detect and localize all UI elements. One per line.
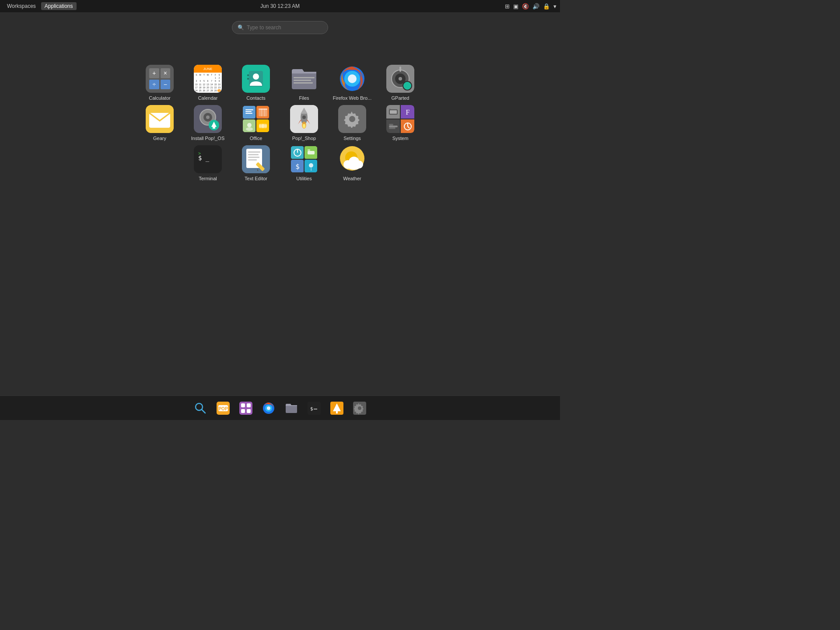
terminal-icon: $ _ > (194, 145, 222, 173)
firefox-icon (338, 65, 366, 93)
app-row-3: $ _ > Terminal (188, 145, 372, 181)
app-system[interactable]: F (381, 105, 420, 141)
calendar-label: Calendar (198, 95, 218, 101)
search-bar[interactable]: 🔍 (232, 21, 328, 34)
settings-icon (338, 105, 366, 133)
geary-label: Geary (153, 136, 166, 141)
app-contacts[interactable]: Contacts (236, 65, 276, 101)
display-icon[interactable]: ▣ (513, 3, 518, 10)
svg-rect-112 (336, 411, 338, 413)
popshop-icon (290, 105, 318, 133)
topbar: Workspaces Applications Jun 30 12:23 AM … (0, 0, 560, 12)
app-texteditor[interactable]: Text Editor (236, 145, 276, 181)
svg-rect-59 (389, 124, 393, 126)
app-files[interactable]: Files (284, 65, 324, 101)
svg-rect-73 (248, 159, 257, 161)
svg-rect-32 (259, 108, 267, 110)
taskbar-settings[interactable] (349, 398, 370, 419)
svg-point-1 (253, 74, 259, 80)
svg-rect-29 (245, 113, 252, 114)
topbar-datetime: Jun 30 12:23 AM (260, 3, 300, 9)
chevron-down-icon[interactable]: ▾ (553, 3, 556, 10)
search-input[interactable] (247, 24, 322, 31)
calculator-label: Calculator (149, 95, 171, 101)
search-icon: 🔍 (238, 24, 244, 31)
search-container: 🔍 (0, 12, 560, 38)
taskbar-search[interactable] (190, 398, 211, 419)
svg-rect-101 (241, 409, 245, 413)
app-geary[interactable]: Geary (140, 105, 179, 141)
workspaces-button[interactable]: Workspaces (4, 2, 39, 10)
app-calendar[interactable]: JUNE SMTWTFS 12 3456789 10111213141516 1… (188, 65, 228, 101)
svg-rect-81 (308, 149, 310, 151)
svg-text:i: i (310, 167, 311, 172)
svg-point-92 (355, 161, 363, 168)
system-icon: F (386, 105, 414, 133)
topbar-right: ⊞ ▣ 🔇 🔊 🔒 ▾ (505, 3, 556, 10)
taskbar-files[interactable] (281, 398, 302, 419)
svg-point-14 (399, 77, 402, 80)
svg-rect-7 (294, 82, 313, 84)
svg-rect-71 (248, 154, 259, 155)
files-label: Files (299, 95, 309, 101)
taskbar-firefox[interactable] (258, 398, 279, 419)
svg-point-50 (349, 116, 355, 122)
app-office[interactable]: Office (236, 105, 276, 141)
svg-rect-80 (308, 151, 315, 154)
utilities-label: Utilities (296, 176, 312, 181)
svg-point-36 (247, 123, 252, 127)
svg-rect-26 (244, 107, 255, 118)
svg-point-105 (267, 406, 270, 410)
svg-text:$: $ (310, 406, 313, 412)
svg-text:>: > (198, 151, 201, 156)
svg-text:POP: POP (218, 406, 228, 411)
svg-rect-28 (245, 111, 252, 112)
geary-icon (146, 105, 174, 133)
volume-icon[interactable]: 🔊 (532, 3, 539, 10)
svg-point-10 (348, 74, 357, 83)
taskbar-appimage[interactable] (326, 398, 347, 419)
app-settings[interactable]: Settings (332, 105, 372, 141)
svg-point-49 (303, 124, 305, 128)
app-calculator[interactable]: + × ÷ − Calculator (140, 65, 179, 101)
topbar-left: Workspaces Applications (4, 2, 77, 10)
svg-rect-27 (245, 109, 253, 110)
app-popshop[interactable]: Pop!_Shop (284, 105, 324, 141)
svg-rect-54 (389, 108, 391, 109)
svg-rect-107 (308, 402, 321, 415)
system-label: System (392, 136, 409, 141)
svg-line-94 (202, 410, 205, 413)
svg-rect-72 (248, 157, 259, 158)
svg-rect-5 (294, 77, 315, 78)
svg-text:F: F (406, 108, 410, 116)
settings-label: Settings (343, 136, 361, 141)
app-weather[interactable]: Weather (332, 145, 372, 181)
texteditor-icon (242, 145, 270, 173)
app-firefox[interactable]: Firefox Web Bro... (332, 65, 372, 101)
app-install[interactable]: Install Pop!_OS (188, 105, 228, 141)
volume-mute-icon[interactable]: 🔇 (522, 3, 529, 10)
svg-rect-6 (294, 80, 311, 81)
weather-icon (338, 145, 366, 173)
app-terminal[interactable]: $ _ > Terminal (188, 145, 228, 181)
svg-rect-70 (248, 151, 260, 153)
firefox-label: Firefox Web Bro... (333, 95, 371, 101)
svg-rect-102 (247, 409, 251, 413)
contacts-label: Contacts (246, 95, 265, 101)
lock-icon[interactable]: 🔒 (543, 3, 550, 10)
calculator-icon: + × ÷ − (146, 65, 174, 93)
applications-button[interactable]: Applications (41, 2, 77, 10)
install-label: Install Pop!_OS (191, 136, 224, 141)
taskbar-terminal[interactable]: $ (304, 398, 325, 419)
install-icon (194, 105, 222, 133)
screenshot-icon[interactable]: ⊞ (505, 3, 510, 10)
svg-rect-106 (286, 405, 297, 413)
taskbar-pop-grid[interactable] (235, 398, 256, 419)
taskbar-pop-store[interactable]: POP (213, 398, 234, 419)
svg-rect-3 (247, 78, 249, 80)
svg-point-47 (302, 116, 306, 119)
svg-rect-53 (390, 110, 397, 114)
files-icon (290, 65, 318, 93)
app-utilities[interactable]: $ i Utilities (284, 145, 324, 181)
app-gparted[interactable]: GParted (381, 65, 420, 101)
